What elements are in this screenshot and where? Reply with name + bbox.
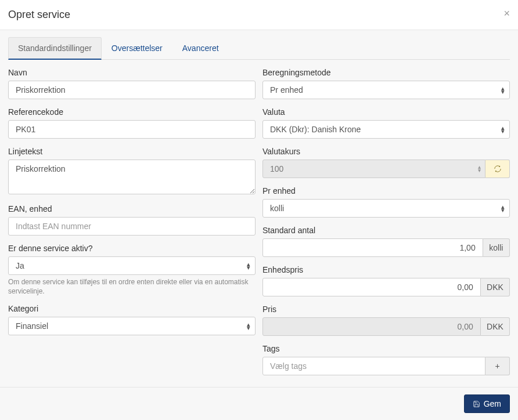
- suffix-price: DKK: [481, 317, 510, 336]
- modal-header: Opret service ×: [0, 0, 518, 30]
- select-currency[interactable]: DKK (Dkr): Danish Krone: [262, 120, 510, 139]
- field-refcode: Referencekode: [8, 107, 256, 139]
- field-linetext: Linjetekst Priskorrektion: [8, 147, 256, 196]
- textarea-linetext[interactable]: Priskorrektion: [8, 160, 256, 194]
- input-price: [262, 317, 481, 336]
- save-icon: [473, 400, 480, 408]
- label-active: Er denne service aktiv?: [8, 244, 256, 253]
- select-active[interactable]: Ja: [8, 256, 256, 275]
- label-unitprice: Enhedspris: [262, 265, 510, 274]
- left-column: Navn Referencekode Linjetekst Priskorrek…: [8, 68, 256, 383]
- select-perunit[interactable]: kolli: [262, 199, 510, 218]
- label-stdqty: Standard antal: [262, 226, 510, 235]
- input-ean[interactable]: [8, 217, 256, 236]
- label-refcode: Referencekode: [8, 107, 256, 117]
- tab-translations[interactable]: Oversættelser: [102, 37, 172, 60]
- close-button[interactable]: ×: [503, 8, 510, 19]
- field-ean: EAN, enhed: [8, 204, 256, 236]
- field-price: Pris DKK: [262, 305, 510, 336]
- select-category[interactable]: Finansiel: [8, 317, 256, 335]
- label-currency: Valuta: [262, 107, 510, 117]
- label-tags: Tags: [262, 344, 510, 353]
- field-tags: Tags +: [262, 344, 510, 375]
- field-unitprice: Enhedspris DKK: [262, 265, 510, 296]
- field-calcmethod: Beregningsmetode Pr enhed ▴▾: [262, 68, 510, 99]
- label-category: Kategori: [8, 304, 256, 313]
- modal-title: Opret service: [8, 9, 510, 21]
- suffix-stdqty: kolli: [483, 238, 510, 257]
- label-calcmethod: Beregningsmetode: [262, 68, 510, 77]
- input-rate: [262, 160, 485, 178]
- tab-advanced[interactable]: Avanceret: [172, 37, 229, 60]
- input-unitprice[interactable]: [262, 278, 481, 296]
- modal-footer: Gem: [0, 387, 518, 420]
- form-columns: Navn Referencekode Linjetekst Priskorrek…: [8, 68, 510, 383]
- label-price: Pris: [262, 305, 510, 314]
- field-active: Er denne service aktiv? Ja ▴▾ Om denne s…: [8, 244, 256, 296]
- field-category: Kategori Finansiel ▴▾: [8, 304, 256, 335]
- field-perunit: Pr enhed kolli ▴▾: [262, 186, 510, 218]
- field-rate: Valutakurs ▴▾: [262, 147, 510, 178]
- field-name: Navn: [8, 68, 256, 99]
- add-tag-button[interactable]: +: [485, 357, 510, 375]
- tab-bar: Standardindstillinger Oversættelser Avan…: [8, 37, 510, 60]
- suffix-unitprice: DKK: [481, 278, 510, 296]
- input-tags[interactable]: [262, 357, 485, 375]
- help-active: Om denne service kan tilføjes til en ord…: [8, 278, 256, 296]
- save-button[interactable]: Gem: [464, 394, 510, 413]
- label-linetext: Linjetekst: [8, 147, 256, 156]
- create-service-modal: Opret service × Standardindstillinger Ov…: [0, 0, 518, 420]
- tab-standard-settings[interactable]: Standardindstillinger: [8, 37, 102, 60]
- spinner-icon: ▴▾: [473, 165, 485, 172]
- input-refcode[interactable]: [8, 120, 256, 139]
- right-column: Beregningsmetode Pr enhed ▴▾ Valuta DKK …: [262, 68, 510, 383]
- label-perunit: Pr enhed: [262, 186, 510, 195]
- field-stdqty: Standard antal kolli: [262, 226, 510, 257]
- input-name[interactable]: [8, 81, 256, 99]
- select-calcmethod[interactable]: Pr enhed: [262, 81, 510, 99]
- input-stdqty[interactable]: [262, 238, 483, 257]
- label-name: Navn: [8, 68, 256, 77]
- label-ean: EAN, enhed: [8, 204, 256, 213]
- refresh-rate-button[interactable]: [485, 160, 510, 178]
- field-currency: Valuta DKK (Dkr): Danish Krone ▴▾: [262, 107, 510, 139]
- refresh-icon: [494, 165, 502, 173]
- modal-body: Standardindstillinger Oversættelser Avan…: [0, 30, 518, 387]
- label-rate: Valutakurs: [262, 147, 510, 156]
- save-button-label: Gem: [484, 399, 501, 408]
